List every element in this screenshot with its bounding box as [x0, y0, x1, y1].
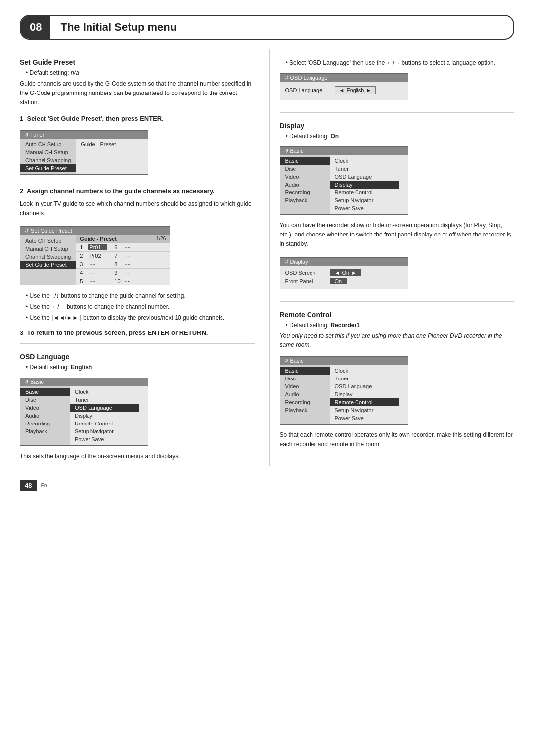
osd-left-playback: Playback — [20, 427, 70, 435]
step2: 2 Assign channel numbers to the guide ch… — [20, 187, 255, 196]
disp-left-disc: Disc — [280, 165, 330, 173]
osd-screen-val-text: On — [342, 270, 349, 276]
remote-basic-menu: ↺ Basic Basic Disc Video Audio Recording… — [280, 356, 408, 425]
disp-left-audio: Audio — [280, 181, 330, 189]
osd-language-body: This sets the language of the on-screen … — [20, 452, 255, 461]
osd-menu-icon: ↺ — [24, 379, 28, 385]
page-header: 08 The Initial Setup menu — [20, 15, 514, 40]
rc-right-display: Display — [330, 390, 399, 398]
gp-menu-manual: Manual CH Setup — [20, 245, 76, 253]
disp-left-recording: Recording — [280, 189, 330, 196]
osd-right-setup: Setup Navigator — [70, 427, 139, 435]
display-submenu-title: ↺ Display — [280, 258, 408, 266]
osd-right-power: Power Save — [70, 435, 139, 443]
osd-screen-value: ◄ On ► — [330, 269, 361, 276]
remote-control-title: Remote Control — [280, 311, 515, 319]
guide-header-label: Guide - Preset — [80, 236, 117, 242]
bullet-prevnext: Use the |◄◄/►► | button to display the p… — [26, 313, 255, 322]
guide-table-title-text: Set Guide Preset — [31, 228, 72, 234]
disp-right-remote: Remote Control — [330, 189, 399, 196]
front-panel-value: On — [330, 278, 347, 284]
step1: 1 Select 'Set Guide Preset', then press … — [20, 114, 255, 124]
guide-preset-table: ↺ Set Guide Preset Auto CH Setup Manual … — [20, 226, 170, 285]
display-basic-menu: ↺ Basic Basic Disc Video Audio Recording… — [280, 146, 408, 215]
tuner-menu-icon: ↺ — [24, 132, 28, 138]
osd-right-clock: Clock — [70, 388, 139, 396]
guide-table-icon: ↺ — [24, 228, 29, 234]
rc-right-power: Power Save — [330, 414, 399, 422]
disp-right-clock: Clock — [330, 157, 399, 165]
osd-arrow-right-icon: ► — [366, 87, 371, 93]
osd-sel-icon: ↺ — [284, 75, 289, 81]
display-default: Default setting: On — [286, 132, 515, 141]
osd-screen-arrow-left: ◄ — [335, 270, 340, 276]
disp-right-setup: Setup Navigator — [330, 196, 399, 204]
osd-language-title: OSD Language — [20, 353, 255, 361]
osd-right-display: Display — [70, 412, 139, 420]
osd-screen-arrow-right: ► — [351, 270, 356, 276]
osd-left-audio: Audio — [20, 412, 70, 420]
osd-right-tuner: Tuner — [70, 396, 139, 404]
osd-sel-title-text: OSD Language — [290, 75, 328, 81]
osd-menu-title: Basic — [30, 379, 44, 385]
remote-control-note: You only need to set this if you are usi… — [280, 331, 515, 349]
osd-left-recording: Recording — [20, 420, 70, 427]
osd-right-remote: Remote Control — [70, 420, 139, 427]
display-menu-title: Basic — [290, 148, 304, 154]
rc-right-clock: Clock — [330, 367, 399, 375]
remote-control-body: So that each remote control operates onl… — [280, 430, 515, 449]
front-panel-row: Front Panel On — [285, 278, 403, 284]
menu-item-auto-ch: Auto CH Setup — [20, 141, 76, 148]
display-menu-icon: ↺ — [284, 148, 288, 154]
rc-right-osdlang: OSD Language — [330, 382, 399, 390]
menu-item-set-guide: Set Guide Preset — [20, 164, 76, 172]
osd-selection-menu: ↺ OSD Language OSD Language ◄ English ► — [280, 73, 408, 100]
osd-arrow-left-icon: ◄ — [339, 87, 345, 93]
osd-lang-row: OSD Language ◄ English ► — [285, 86, 403, 94]
rc-left-basic: Basic — [280, 367, 330, 375]
disp-left-playback: Playback — [280, 196, 330, 204]
step2-body: Look in your TV guide to see which chann… — [20, 199, 255, 218]
set-guide-preset-default: Default setting: n/a — [26, 68, 255, 77]
display-body: You can have the recorder show or hide o… — [280, 221, 515, 249]
bullet-updown: Use the ↑/↓ buttons to change the guide … — [26, 291, 255, 300]
disp-right-tuner: Tuner — [330, 165, 399, 173]
chapter-title: The Initial Setup menu — [50, 16, 186, 39]
menu-right-guide-preset: Guide - Preset — [76, 141, 145, 148]
osd-left-basic: Basic — [20, 388, 70, 396]
page-number: 48 — [20, 480, 37, 491]
osd-left-disc: Disc — [20, 396, 70, 404]
gp-menu-auto: Auto CH Setup — [20, 237, 76, 245]
rc-right-tuner: Tuner — [330, 375, 399, 382]
disp-right-display: Display — [330, 181, 399, 189]
gp-menu-setguide: Set Guide Preset — [20, 261, 76, 269]
rc-left-audio: Audio — [280, 390, 330, 398]
osd-lang-label: OSD Language — [285, 87, 335, 93]
osd-left-video: Video — [20, 404, 70, 412]
chapter-number: 08 — [21, 16, 50, 39]
front-panel-val-text: On — [335, 278, 342, 284]
rc-right-setup: Setup Navigator — [330, 406, 399, 414]
rc-left-recording: Recording — [280, 398, 330, 406]
step3: 3 To return to the previous screen, pres… — [20, 328, 255, 338]
menu-item-manual-ch: Manual CH Setup — [20, 148, 76, 156]
gp-menu-swapping: Channel Swapping — [20, 253, 76, 261]
rc-left-video: Video — [280, 382, 330, 390]
osd-screen-row: OSD Screen ◄ On ► — [285, 269, 403, 276]
tuner-menu-title: Tuner — [30, 132, 44, 138]
disp-left-video: Video — [280, 173, 330, 181]
osd-screen-label: OSD Screen — [285, 270, 330, 276]
disp-right-power: Power Save — [330, 204, 399, 212]
display-submenu-body: OSD Screen ◄ On ► Front Panel On — [280, 266, 408, 289]
menu-item-ch-swapping: Channel Swapping — [20, 156, 76, 164]
osd-basic-menu: ↺ Basic Basic Disc Video Audio Recording… — [20, 378, 148, 446]
osd-selection-title: ↺ OSD Language — [280, 74, 408, 82]
set-guide-preset-body: Guide channels are used by the G-Code sy… — [20, 79, 255, 108]
remote-menu-icon: ↺ — [284, 358, 288, 363]
rc-right-remote: Remote Control — [330, 398, 399, 406]
right-column: Select 'OSD Language' then use the ←/→ b… — [269, 49, 515, 466]
osd-language-default: Default setting: English — [26, 363, 255, 372]
disp-left-basic: Basic — [280, 157, 330, 165]
tuner-menu-screenshot: ↺ Tuner Auto CH Setup Manual CH Setup Ch… — [20, 130, 148, 175]
main-content: Set Guide Preset Default setting: n/a Gu… — [0, 49, 534, 466]
